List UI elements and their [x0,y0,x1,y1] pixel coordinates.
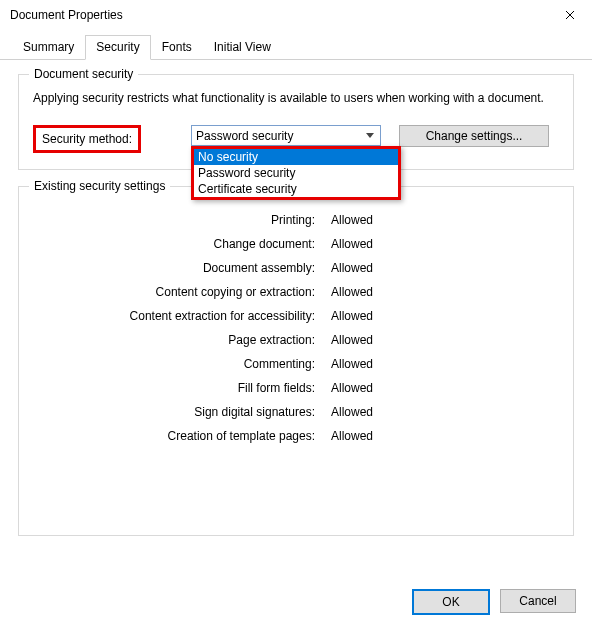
setting-label: Sign digital signatures: [33,405,323,419]
setting-label: Document assembly: [33,261,323,275]
option-no-security[interactable]: No security [194,149,398,165]
document-security-group: Document security Applying security rest… [18,74,574,170]
setting-label: Fill form fields: [33,381,323,395]
setting-label: Commenting: [33,357,323,371]
setting-label: Printing: [33,213,323,227]
ok-button[interactable]: OK [412,589,490,615]
setting-label: Creation of template pages: [33,429,323,443]
tab-fonts[interactable]: Fonts [151,35,203,60]
document-security-title: Document security [29,67,138,81]
tab-summary[interactable]: Summary [12,35,85,60]
setting-value: Allowed [323,429,559,443]
security-method-combo-wrap: Password security No security Password s… [191,125,381,146]
security-method-dropdown: No security Password security Certificat… [191,146,401,200]
setting-value: Allowed [323,357,559,371]
setting-label: Content copying or extraction: [33,285,323,299]
settings-table: Printing:AllowedChange document:AllowedD… [33,213,559,443]
setting-value: Allowed [323,285,559,299]
content-area: Document security Applying security rest… [0,60,592,566]
existing-settings-title: Existing security settings [29,179,170,193]
tab-initial-view[interactable]: Initial View [203,35,282,60]
setting-value: Allowed [323,381,559,395]
title-bar: Document Properties [0,0,592,30]
change-settings-button[interactable]: Change settings... [399,125,549,147]
close-icon [565,7,575,23]
security-method-combobox[interactable]: Password security [191,125,381,146]
chevron-down-icon [361,128,378,143]
combobox-value: Password security [196,129,293,143]
security-method-row: Security method: Password security No se… [33,125,559,153]
option-certificate-security[interactable]: Certificate security [194,181,398,197]
existing-settings-group: Existing security settings Printing:Allo… [18,186,574,536]
setting-value: Allowed [323,309,559,323]
cancel-button[interactable]: Cancel [500,589,576,613]
setting-value: Allowed [323,333,559,347]
close-button[interactable] [547,0,592,30]
security-method-label: Security method: [33,125,141,153]
setting-label: Content extraction for accessibility: [33,309,323,323]
setting-value: Allowed [323,213,559,227]
option-password-security[interactable]: Password security [194,165,398,181]
setting-value: Allowed [323,237,559,251]
tab-strip: Summary Security Fonts Initial View [0,34,592,60]
security-description: Applying security restricts what functio… [33,91,559,105]
setting-value: Allowed [323,405,559,419]
setting-label: Page extraction: [33,333,323,347]
setting-label: Change document: [33,237,323,251]
dialog-footer: OK Cancel [412,589,576,615]
window-title: Document Properties [10,8,547,22]
setting-value: Allowed [323,261,559,275]
tab-security[interactable]: Security [85,35,150,60]
